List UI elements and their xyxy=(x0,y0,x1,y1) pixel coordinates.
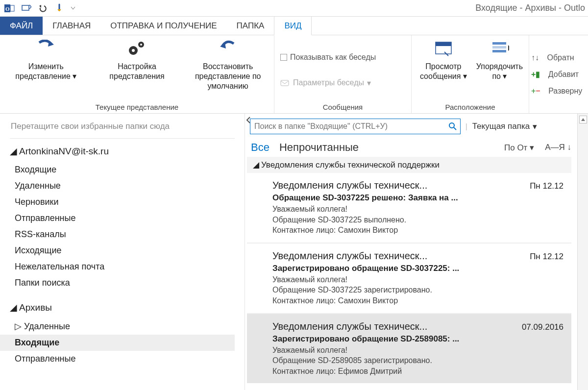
message-list: Уведомления службы техническ...Пн 12.12О… xyxy=(245,173,577,383)
svg-rect-1 xyxy=(10,5,14,11)
qat-customize-icon[interactable] xyxy=(70,2,76,15)
ribbon: Изменить представление ▾ Настройка предс… xyxy=(0,35,588,114)
ribbon-group-label-messages: Сообщения xyxy=(280,102,405,111)
svg-rect-8 xyxy=(281,80,289,86)
change-view-button[interactable]: Изменить представление ▾ xyxy=(6,38,86,81)
message-item[interactable]: Уведомления службы техническ...07.09.201… xyxy=(247,314,571,384)
dropdown-caret-icon: ▾ xyxy=(533,122,537,132)
window-title: Входящие - Архивы - Outlo xyxy=(475,3,585,13)
folder-item[interactable]: Входящие xyxy=(10,162,235,178)
change-view-label: Изменить представление xyxy=(15,62,71,80)
expand-caret-icon: ◢ xyxy=(10,146,17,157)
svg-rect-11 xyxy=(492,42,506,45)
message-date: Пн 12.12 xyxy=(530,252,564,262)
svg-rect-13 xyxy=(492,50,506,52)
message-preview: Уважаемый коллега!Обращение SD-3037225 з… xyxy=(272,274,564,306)
search-input[interactable] xyxy=(250,122,445,131)
folder-item[interactable]: Отправленные xyxy=(10,210,235,226)
show-as-conversations-checkbox[interactable]: Показывать как беседы xyxy=(280,50,405,64)
folder-item[interactable]: Нежелательная почта xyxy=(10,259,235,275)
vertical-scrollbar[interactable] xyxy=(577,114,588,390)
collapse-group-icon: ◢ xyxy=(253,160,259,170)
folder-item[interactable]: ▷ Удаленные xyxy=(10,318,235,335)
folder-list-account: ВходящиеУдаленныеЧерновикиОтправленныеRS… xyxy=(10,162,235,291)
message-item[interactable]: Уведомления службы техническ...Пн 12.12З… xyxy=(247,244,571,314)
change-view-icon xyxy=(36,38,56,59)
filter-row: Все Непрочитанные По От ▾ А—Я ↓ xyxy=(245,139,577,156)
search-scope-dropdown[interactable]: Текущая папка ▾ xyxy=(472,122,538,132)
message-group-header[interactable]: ◢ Уведомления службы технической поддерж… xyxy=(247,157,571,173)
dropdown-caret-icon: ▾ xyxy=(503,72,507,80)
scroll-up-icon[interactable] xyxy=(579,116,587,123)
folder-item[interactable]: Папки поиска xyxy=(10,275,235,291)
archives-header[interactable]: ◢ Архивы xyxy=(10,302,235,313)
svg-point-14 xyxy=(449,123,454,128)
search-icon[interactable] xyxy=(445,122,460,131)
filter-all[interactable]: Все xyxy=(251,141,270,154)
tab-sendreceive[interactable]: ОТПРАВКА И ПОЛУЧЕНИЕ xyxy=(100,17,226,35)
reverse-sort-button[interactable]: ↑↓ Обратн xyxy=(531,51,582,65)
ribbon-group-messages: Показывать как беседы Параметры беседы ▾… xyxy=(274,35,412,113)
collapse-nav-icon[interactable] xyxy=(245,117,251,123)
folder-item[interactable]: Отправленные xyxy=(10,351,235,367)
conversation-settings-label: Параметры беседы xyxy=(293,78,364,87)
conversation-settings-button[interactable]: Параметры беседы ▾ xyxy=(280,76,405,90)
svg-rect-3 xyxy=(22,5,29,10)
folder-item[interactable]: Входящие xyxy=(0,335,235,351)
message-group-label: Уведомления службы технической поддержки xyxy=(261,160,440,170)
arrange-by-button[interactable]: Упорядочить по ▾ xyxy=(476,38,523,81)
message-preview-icon xyxy=(434,38,453,59)
ribbon-group-current-view: Изменить представление ▾ Настройка предс… xyxy=(0,35,274,113)
account-header[interactable]: ◢ ArtonkinaNV@it-sk.ru xyxy=(10,146,235,157)
sort-by-from[interactable]: По От ▾ xyxy=(504,143,534,153)
sendreceive-icon[interactable] xyxy=(20,2,32,15)
conversation-settings-icon xyxy=(280,79,290,87)
outlook-icon: O xyxy=(3,2,16,15)
svg-rect-10 xyxy=(436,42,451,46)
ribbon-tabs: ФАЙЛ ГЛАВНАЯ ОТПРАВКА И ПОЛУЧЕНИЕ ПАПКА … xyxy=(0,17,588,35)
ribbon-right-column: ↑↓ Обратн +▮ Добавит +− Разверну xyxy=(529,35,584,113)
message-preview-button[interactable]: Просмотр сообщения ▾ xyxy=(417,38,469,81)
view-settings-icon xyxy=(126,38,148,59)
view-settings-button[interactable]: Настройка представления xyxy=(97,38,177,81)
dropdown-caret-icon: ▾ xyxy=(463,72,467,80)
folder-item[interactable]: Черновики xyxy=(10,194,235,210)
account-label: ArtonkinaNV@it-sk.ru xyxy=(19,146,109,157)
svg-text:O: O xyxy=(5,6,10,12)
folder-item[interactable]: Исходящие xyxy=(10,243,235,259)
tab-folder[interactable]: ПАПКА xyxy=(227,17,274,35)
tab-home[interactable]: ГЛАВНАЯ xyxy=(43,17,100,35)
archives-label: Архивы xyxy=(19,302,52,313)
expand-collapse-button[interactable]: +− Разверну xyxy=(531,84,582,98)
search-box[interactable] xyxy=(250,119,461,134)
message-date: Пн 12.12 xyxy=(530,181,564,191)
sort-az[interactable]: А—Я ↓ xyxy=(545,143,571,153)
tab-view[interactable]: ВИД xyxy=(274,16,312,35)
favorites-hint: Перетащите свои избранные папки сюда xyxy=(10,118,235,139)
touch-mode-icon[interactable] xyxy=(53,2,66,15)
filter-unread[interactable]: Непрочитанные xyxy=(279,141,359,154)
ribbon-group-label-current-view: Текущее представление xyxy=(6,102,268,111)
view-settings-label: Настройка представления xyxy=(97,62,177,81)
reset-view-icon xyxy=(218,38,238,59)
tab-file[interactable]: ФАЙЛ xyxy=(0,17,43,35)
dropdown-caret-icon: ▾ xyxy=(73,72,76,80)
message-item[interactable]: Уведомления службы техническ...Пн 12.12О… xyxy=(247,173,571,244)
message-from: Уведомления службы техническ... xyxy=(272,180,427,191)
reset-view-button[interactable]: Восстановить представление по умолчанию xyxy=(188,38,268,91)
expand-caret-icon: ◢ xyxy=(10,302,17,313)
message-list-pane: | Текущая папка ▾ Все Непрочитанные По О… xyxy=(245,114,577,390)
navigation-pane: Перетащите свои избранные папки сюда ◢ A… xyxy=(0,114,245,390)
message-from: Уведомления службы техническ... xyxy=(272,321,427,332)
undo-icon[interactable] xyxy=(36,2,49,15)
content-area: Перетащите свои избранные папки сюда ◢ A… xyxy=(0,114,588,390)
message-subject: Обращение SD-3037225 решено: Заявка на .… xyxy=(272,193,564,203)
search-scope-label: Текущая папка xyxy=(472,122,530,131)
folder-item[interactable]: Удаленные xyxy=(10,178,235,194)
folder-item[interactable]: RSS-каналы xyxy=(10,226,235,243)
expand-icon: +− xyxy=(531,87,540,96)
message-preview: Уважаемый коллега!Обращение SD-3037225 в… xyxy=(272,204,564,236)
reset-view-label: Восстановить представление по умолчанию xyxy=(188,62,268,91)
add-columns-button[interactable]: +▮ Добавит xyxy=(531,68,582,81)
message-from: Уведомления службы техническ... xyxy=(272,250,427,262)
